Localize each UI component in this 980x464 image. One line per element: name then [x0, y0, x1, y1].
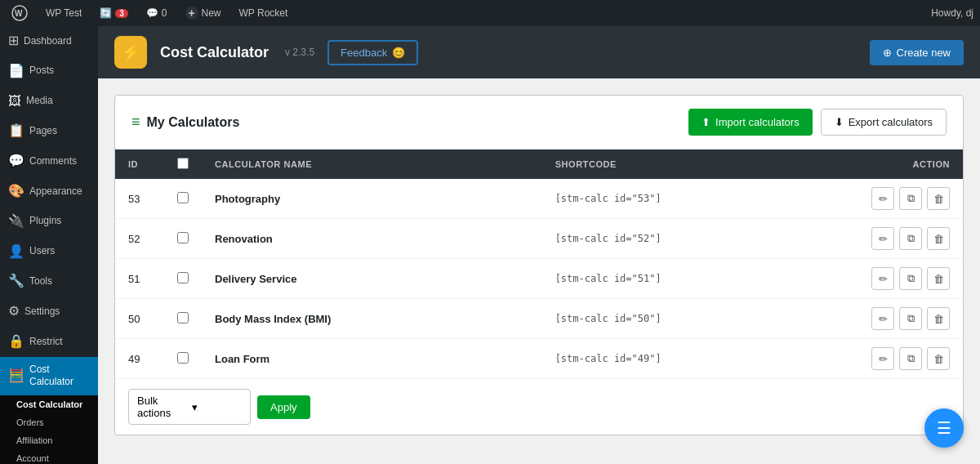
- panel-title: My Calculators: [131, 114, 239, 131]
- admin-bar: W WP Test 🔄 3 💬 0 + New WP Rocket Howdy,…: [0, 0, 980, 26]
- sidebar-item-label: Tools: [29, 275, 90, 288]
- import-button[interactable]: ⬆ Import calculators: [688, 109, 813, 136]
- copy-icon[interactable]: ⧉: [899, 267, 922, 290]
- plugin-logo-icon: ⚡: [121, 42, 141, 62]
- comments-item[interactable]: 💬 0: [141, 0, 172, 26]
- copy-icon[interactable]: ⧉: [899, 347, 922, 370]
- sidebar: ⊞ Dashboard 📄 Posts 🖼 Media 📋 Pages 💬 Co…: [0, 26, 98, 464]
- plugins-icon: 🔌: [8, 213, 24, 230]
- site-name-item[interactable]: WP Test: [41, 0, 87, 26]
- edit-icon[interactable]: ✏: [871, 187, 894, 210]
- settings-icon: ⚙: [8, 303, 20, 320]
- row-id: 50: [115, 299, 164, 339]
- new-item[interactable]: + New: [180, 0, 226, 26]
- sidebar-item-plugins[interactable]: 🔌 Plugins: [0, 207, 98, 237]
- copy-icon[interactable]: ⧉: [899, 187, 922, 210]
- delete-icon[interactable]: 🗑: [927, 187, 950, 210]
- copy-icon[interactable]: ⧉: [899, 227, 922, 250]
- delete-icon[interactable]: 🗑: [927, 227, 950, 250]
- updates-badge: 3: [115, 9, 128, 18]
- sidebar-item-settings[interactable]: ⚙ Settings: [0, 297, 98, 327]
- sidebar-item-tools[interactable]: 🔧 Tools: [0, 266, 98, 297]
- table-body: 53 Photography [stm-calc id="53"] ✏ ⧉ 🗑 …: [115, 179, 963, 378]
- submenu-account[interactable]: Account: [0, 449, 98, 464]
- restrict-icon: 🔒: [8, 333, 24, 350]
- plugin-title: Cost Calculator: [160, 44, 269, 61]
- bulk-actions-label: Bulk actions: [137, 395, 187, 419]
- row-actions: ✏ ⧉ 🗑: [858, 299, 963, 339]
- edit-icon[interactable]: ✏: [871, 267, 894, 290]
- media-icon: 🖼: [8, 93, 21, 110]
- sidebar-item-media[interactable]: 🖼 Media: [0, 87, 98, 117]
- wp-logo-item[interactable]: W: [7, 0, 33, 26]
- row-actions: ✏ ⧉ 🗑: [858, 339, 963, 379]
- admin-bar-left: W WP Test 🔄 3 💬 0 + New WP Rocket: [7, 0, 292, 26]
- edit-icon[interactable]: ✏: [871, 347, 894, 370]
- row-actions: ✏ ⧉ 🗑: [858, 219, 963, 259]
- table-row: 51 Delivery Service [stm-calc id="51"] ✏…: [115, 259, 963, 299]
- tools-icon: 🔧: [8, 273, 24, 290]
- import-label: Import calculators: [715, 116, 800, 128]
- wp-rocket-item[interactable]: WP Rocket: [234, 0, 293, 26]
- row-id: 53: [115, 179, 164, 219]
- apply-label: Apply: [270, 401, 297, 413]
- dashboard-icon: ⊞: [8, 33, 19, 50]
- create-new-plus-icon: ⊕: [883, 47, 892, 59]
- row-checkbox[interactable]: [177, 232, 189, 243]
- wp-rocket-label: WP Rocket: [239, 7, 288, 19]
- updates-item[interactable]: 🔄 3: [95, 0, 133, 26]
- row-checkbox[interactable]: [177, 192, 189, 203]
- row-checkbox-cell: [164, 259, 202, 299]
- row-checkbox[interactable]: [177, 272, 189, 283]
- sidebar-item-pages[interactable]: 📋 Pages: [0, 116, 98, 146]
- row-name: Loan Form: [202, 339, 542, 379]
- row-checkbox[interactable]: [177, 312, 189, 323]
- delete-icon[interactable]: 🗑: [927, 307, 950, 330]
- plugin-header: ⚡ Cost Calculator v 2.3.5 Feedback 😊 ⊕ C…: [98, 26, 980, 78]
- create-new-button[interactable]: ⊕ Create new: [870, 40, 964, 65]
- comments-icon: 💬: [8, 153, 24, 170]
- updates-icon: 🔄: [100, 7, 112, 19]
- row-checkbox-cell: [164, 299, 202, 339]
- delete-icon[interactable]: 🗑: [927, 267, 950, 290]
- sidebar-item-label: Restrict: [29, 336, 90, 349]
- bulk-actions-select[interactable]: Bulk actions ▾: [128, 389, 251, 425]
- col-header-name: CALCULATOR NAME: [202, 149, 542, 179]
- howdy-text: Howdy, dj: [931, 7, 973, 19]
- feedback-emoji-icon: 😊: [392, 47, 405, 59]
- sidebar-item-comments[interactable]: 💬 Comments: [0, 146, 98, 176]
- sidebar-item-cost-calculator[interactable]: 🧮 Cost Calculator: [0, 357, 98, 395]
- content-area: ⚡ Cost Calculator v 2.3.5 Feedback 😊 ⊕ C…: [98, 26, 980, 464]
- submenu-cost-calculator[interactable]: Cost Calculator: [0, 395, 98, 413]
- export-label: Export calculators: [849, 116, 933, 128]
- calculators-panel: My Calculators ⬆ Import calculators ⬇ Ex…: [114, 95, 964, 435]
- sidebar-item-dashboard[interactable]: ⊞ Dashboard: [0, 26, 98, 56]
- submenu-orders[interactable]: Orders: [0, 413, 98, 431]
- row-name: Body Mass Index (BMI): [202, 299, 542, 339]
- create-new-label: Create new: [897, 47, 951, 59]
- sidebar-item-posts[interactable]: 📄 Posts: [0, 56, 98, 87]
- row-name: Renovation: [202, 219, 542, 259]
- svg-text:W: W: [15, 9, 23, 18]
- table-head: ID CALCULATOR NAME SHORTCODE ACTION: [115, 149, 963, 179]
- row-checkbox-cell: [164, 219, 202, 259]
- export-icon: ⬇: [835, 116, 844, 128]
- submenu-affiliation[interactable]: Affiliation: [0, 431, 98, 449]
- row-checkbox[interactable]: [177, 352, 189, 364]
- row-actions: ✏ ⧉ 🗑: [858, 179, 963, 219]
- sidebar-item-appearance[interactable]: 🎨 Appearance: [0, 176, 98, 207]
- sidebar-item-users[interactable]: 👤 Users: [0, 237, 98, 267]
- edit-icon[interactable]: ✏: [871, 227, 894, 250]
- feedback-button[interactable]: Feedback 😊: [327, 40, 418, 65]
- apply-button[interactable]: Apply: [257, 395, 310, 419]
- row-id: 52: [115, 219, 164, 259]
- delete-icon[interactable]: 🗑: [927, 347, 950, 370]
- row-checkbox-cell: [164, 339, 202, 379]
- export-button[interactable]: ⬇ Export calculators: [821, 109, 947, 136]
- fab-button[interactable]: ☰: [924, 408, 964, 448]
- copy-icon[interactable]: ⧉: [899, 307, 922, 330]
- edit-icon[interactable]: ✏: [871, 307, 894, 330]
- select-all-checkbox[interactable]: [177, 158, 189, 169]
- sidebar-item-label: Settings: [24, 306, 90, 319]
- sidebar-item-restrict[interactable]: 🔒 Restrict: [0, 327, 98, 357]
